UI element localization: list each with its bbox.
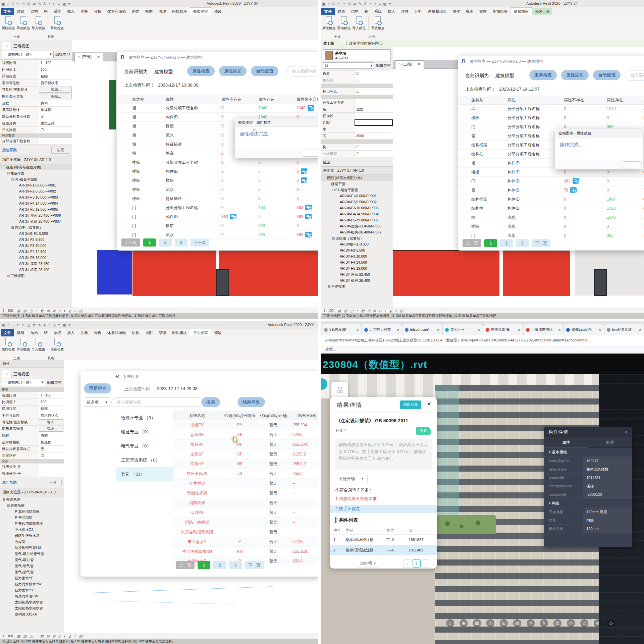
dialog-action-button[interactable]: 属性检查 [187, 66, 215, 76]
viewer-tool-icon[interactable]: ⊞ [500, 619, 508, 627]
browser-tab[interactable]: 文心一言 ✕ [443, 324, 482, 335]
property-row[interactable]: 可见性/图形替换编辑... [0, 419, 64, 426]
property-row[interactable]: 显示隐藏线按规程 [0, 107, 72, 113]
qat-icon[interactable]: ⌂ [7, 1, 9, 6]
tree-expander-icon[interactable]: ⊟ [331, 235, 335, 241]
browser-tree-item[interactable]: 太阳能热水供水管 [0, 599, 64, 605]
type-selector[interactable]: 三维视图: {三维}▾ [2, 51, 54, 58]
ribbon-tab[interactable]: 协作 [449, 8, 463, 16]
tree-expander-icon[interactable]: ⊟ [6, 502, 10, 508]
browser-tree-item[interactable]: ⊟原始图（仅复制） [321, 235, 393, 241]
system-row[interactable]: 公共桥架 暂无 -- [173, 479, 318, 488]
property-row[interactable]: 量相关☐ [321, 77, 393, 84]
ribbon-tab[interactable]: 文件 [1, 8, 14, 16]
browser-tree-item[interactable]: AR-3#-F2-5.500 [0, 236, 72, 243]
view-control-icon[interactable]: ▦ [17, 634, 20, 638]
bim-3d-viewer[interactable]: 品 结果详情 忽略问题 ✕ 《住宅设计规范》 GB 50096-2011 6.3… [321, 374, 644, 644]
ribbon-tab[interactable]: 体量和场地 [104, 8, 129, 16]
table-row[interactable]: 楼板 流水 0 3 3 [458, 222, 644, 231]
browser-tree-item[interactable]: AR-3#-F1-0.000-FP001 [0, 182, 72, 188]
browser-tree-item[interactable]: AR-3#-F3-10.000 [0, 243, 72, 249]
export-results-button[interactable]: 结果导出 [237, 397, 265, 407]
ribbon-tab[interactable]: 建筑 [14, 8, 28, 16]
ribbon-tab[interactable]: 钢 [362, 8, 371, 16]
browser-tree-item[interactable]: 视图 (标高与视图分类) [0, 164, 72, 170]
locate-elements-icon[interactable] [570, 187, 577, 193]
ribbon-tab[interactable]: 垒知图审 [190, 7, 211, 16]
qat-icon[interactable]: ⌸ [12, 322, 14, 328]
qat-icon[interactable]: ▾ [68, 1, 70, 6]
browser-tree-item[interactable]: 太阳能热水回水管 [0, 605, 64, 611]
ribbon-tab[interactable]: 结构 [28, 329, 41, 337]
type-selector[interactable]: 基本墙AQ-200 [323, 49, 391, 61]
property-row[interactable]: 视图分类-父 [0, 464, 64, 470]
property-row[interactable]: 层屋面 [321, 106, 393, 113]
properties-help-link[interactable]: 属性帮助 [2, 148, 17, 153]
browser-tree-item[interactable]: 压力污水排水YW [0, 581, 64, 587]
zoom-level[interactable]: 1 : 100 [323, 309, 334, 313]
browser-tab[interactable]: 6氪首发|提 ✕ [322, 324, 361, 335]
view-control-icon[interactable]: ⌂ [74, 634, 76, 638]
model-structure-button[interactable]: 品 [331, 382, 348, 398]
locate-elements-icon[interactable] [301, 177, 307, 183]
tree-expander-icon[interactable]: ⊟ [2, 496, 6, 502]
ribbon-button[interactable]: 属性检查 [1, 337, 16, 352]
system-row[interactable]: 加压送风JS JS 暂无 255,0, [173, 469, 318, 479]
page-button[interactable]: 2 [213, 561, 226, 569]
browser-tree-item[interactable]: 低区生活给水J1 [0, 533, 64, 539]
ribbon-tab[interactable]: 钢 [41, 8, 51, 16]
ribbon-tab[interactable]: 插入 [64, 329, 77, 337]
page-button[interactable]: 1 [198, 561, 210, 569]
browser-tree-item[interactable]: AR-3#-F3-10.000 [321, 253, 393, 259]
browser-tree-item[interactable]: AR-3#-机房-26.400 [0, 267, 72, 273]
qat-icon[interactable]: ⇄ [33, 322, 36, 328]
apply-button[interactable]: 应用 [51, 147, 70, 154]
property-row[interactable]: 视图分类-子 [0, 470, 64, 477]
browser-tree-item[interactable]: ⊟楼层平面 [321, 181, 393, 187]
qat-icon[interactable]: ≡ [58, 1, 60, 6]
browser-tab[interactable]: 垒知LetsBIM ✕ [564, 324, 603, 335]
ribbon-tab[interactable]: 结构 [348, 8, 362, 16]
table-row[interactable]: 墙 分部分项工程名称 0 1040 1040 [458, 104, 644, 113]
viewer-tool-icon[interactable]: ▤ [553, 619, 561, 627]
view-control-icon[interactable]: ◩ [361, 309, 364, 313]
ribbon-tab[interactable]: 附加模块 [169, 329, 190, 337]
view-control-icon[interactable]: ⊞ [47, 309, 50, 313]
viewer-tool-icon[interactable]: ⚙ [567, 619, 575, 627]
locate-elements-icon[interactable] [301, 168, 307, 174]
system-row[interactable]: 火灾自动报警桥架 暂无 -- [173, 527, 318, 537]
discipline-item[interactable]: 给排水专业（0） [116, 411, 173, 425]
browser-tab[interactable]: 黑猫引擎-账 ✕ [483, 324, 523, 335]
locate-elements-icon[interactable] [305, 205, 312, 210]
browser-tree-item[interactable]: AR-3#-屋面-23.450 [321, 271, 393, 277]
property-row[interactable] [321, 84, 393, 88]
qat-icon[interactable]: ⌸ [332, 1, 335, 6]
ribbon-tab[interactable]: 注释 [398, 8, 412, 16]
zoom-level[interactable]: 1 : 100 [3, 309, 13, 313]
property-row[interactable] [321, 95, 393, 99]
browser-tree-item[interactable]: 医气-吸引站废气管 [0, 551, 64, 557]
ribbon-tab[interactable]: 垒知图审 [511, 7, 532, 16]
view-control-icon[interactable]: ◐ [64, 634, 66, 638]
view-control-icon[interactable]: ▤ [400, 309, 403, 313]
search-button[interactable]: 搜索 [201, 397, 220, 407]
view-control-icon[interactable]: ⊞ [47, 634, 50, 638]
ribbon-tab[interactable]: 系统 [51, 8, 64, 16]
property-row[interactable]: 详细程度精细 [0, 406, 64, 412]
locate-elements-icon[interactable] [308, 105, 314, 111]
browser-tree-item[interactable]: ⊞三维视图 [321, 283, 393, 289]
system-row[interactable]: 排风PF PF 暂无 255,204, [173, 440, 318, 449]
browser-tree-item[interactable]: AR-3#-F5-19.000 [0, 255, 72, 261]
qat-icon[interactable]: ⌸ [12, 1, 14, 6]
ribbon-tab[interactable]: 体量和场地 [104, 329, 129, 337]
dialog-action-button[interactable]: 属性添加 [219, 66, 247, 76]
property-row[interactable]: 规程协调 [0, 100, 72, 107]
ribbon-button[interactable]: 属性检查 [1, 16, 16, 31]
ribbon-button[interactable]: 系统检查 [48, 16, 65, 31]
property-row[interactable]: 水 [321, 126, 393, 133]
ribbon-tab[interactable]: 插入 [64, 8, 77, 16]
apply-button[interactable]: 应用 [43, 479, 62, 486]
ribbon-tab[interactable]: 修改 | 墙 [532, 8, 552, 16]
table-row[interactable]: 楼板 流水 0 3 0 [117, 185, 318, 194]
viewer-tool-icon[interactable]: ▧ [513, 619, 521, 627]
